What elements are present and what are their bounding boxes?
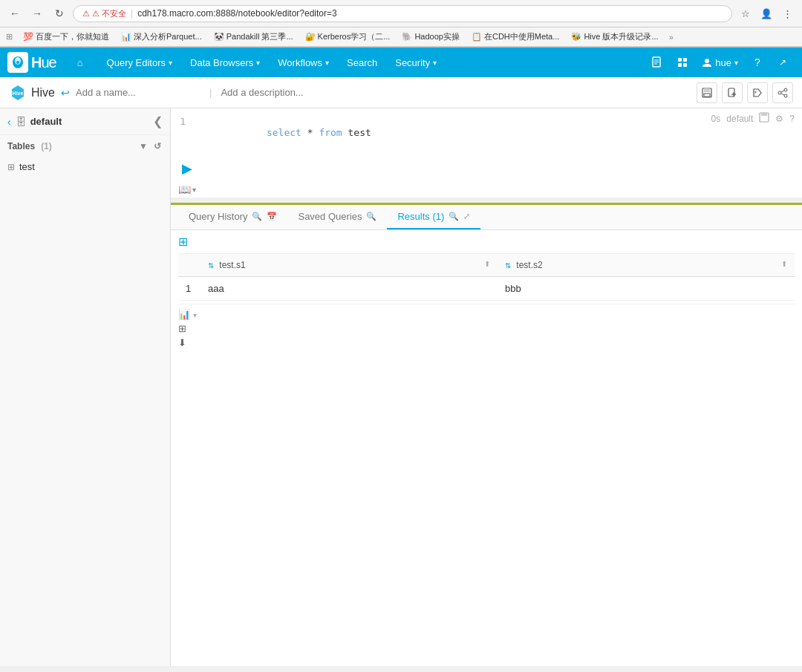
snippet-help-button[interactable]: ? <box>789 114 795 124</box>
sidebar: ‹ 🗄 default ❮ Tables (1) ▼ ↺ ⊞ test <box>0 108 171 666</box>
query-timing: 0s <box>711 114 721 124</box>
sidebar-tables-header: Tables (1) ▼ ↺ <box>0 135 170 157</box>
bookmark-hadoop[interactable]: 🐘Hadoop实操 <box>397 30 464 44</box>
nav-search[interactable]: Search <box>338 48 386 77</box>
col-header-s1[interactable]: ⇅ test.s1 ⬆ <box>200 254 498 277</box>
code-keyword-select: select <box>267 127 301 138</box>
more-bookmarks-icon[interactable]: » <box>669 33 674 42</box>
workflows-arrow: ▾ <box>325 59 329 67</box>
bookmark-star-button[interactable]: ☆ <box>737 4 754 22</box>
bookmark-cdh-meta[interactable]: 📋在CDH中使用Meta... <box>467 30 564 44</box>
bookmark-hive[interactable]: 🐝Hive 版本升级记录... <box>567 30 662 44</box>
sidebar-back-button[interactable]: ‹ <box>7 116 11 128</box>
editor-actions: ▶ 📖 ▾ <box>178 160 196 195</box>
nav-home-button[interactable]: ⌂ <box>68 48 92 77</box>
column-grid-button[interactable]: ⊞ <box>178 235 188 249</box>
col-header-s2[interactable]: ⇅ test.s2 ⬆ <box>498 254 795 277</box>
nav-right-actions: hue ▾ ? ↗ <box>645 50 795 74</box>
nav-docs-button[interactable] <box>645 50 669 74</box>
snippet-save-button[interactable] <box>759 112 769 125</box>
save-icon <box>702 88 712 98</box>
s1-sort-arrow: ⬆ <box>484 260 490 268</box>
hive-app-icon: Hive <box>9 84 27 102</box>
snippet-settings-button[interactable]: ⚙ <box>775 114 783 124</box>
browser-chrome: ← → ↻ ⚠ ⚠ 不安全 | cdh178.macro.com:8888/no… <box>0 0 802 48</box>
nav-share-button[interactable]: ↗ <box>771 50 795 74</box>
query-history-cal-icon: 📅 <box>267 212 277 221</box>
new-doc-button[interactable] <box>722 82 743 103</box>
nav-user-menu[interactable]: hue ▾ <box>696 50 744 74</box>
editor-area: 0s default ⚙ ? 1 <box>171 108 802 666</box>
svg-rect-9 <box>678 63 682 67</box>
svg-rect-7 <box>678 58 682 62</box>
name-input[interactable] <box>76 87 200 98</box>
hue-app: Hue ⌂ Query Editors ▾ Data Browsers ▾ Wo… <box>0 48 802 666</box>
row-num-header <box>178 254 200 277</box>
results-image-view-btn[interactable]: 📊 ▾ <box>178 309 197 320</box>
results-table-header: ⇅ test.s1 ⬆ ⇅ test.s2 ⬆ <box>178 254 795 277</box>
tag-button[interactable] <box>747 82 768 103</box>
profile-button[interactable]: 👤 <box>757 4 775 22</box>
code-content[interactable]: select * from test <box>193 116 802 190</box>
results-table-body: 1 aaa bbb <box>178 277 795 301</box>
nav-query-editors[interactable]: Query Editors ▾ <box>98 48 181 77</box>
hue-bee-icon <box>11 56 25 69</box>
tab-results[interactable]: Results (1) 🔍 ⤢ <box>387 205 480 229</box>
tables-count: (1) <box>41 141 52 151</box>
bookmark-baidu[interactable]: 💯百度一下，你就知道 <box>19 30 114 44</box>
undo-button[interactable]: ↩ <box>61 87 70 99</box>
svg-text:Hive: Hive <box>13 91 24 96</box>
snippet-book-button[interactable]: 📖 ▾ <box>178 183 196 195</box>
description-input[interactable] <box>221 87 691 98</box>
svg-point-21 <box>784 88 787 91</box>
svg-rect-27 <box>761 113 767 116</box>
s2-sort-arrow: ⬆ <box>781 260 787 268</box>
save-doc-button[interactable] <box>697 82 717 103</box>
svg-rect-8 <box>683 58 687 62</box>
address-text: cdh178.macro.com:8888/notebook/editor?ed… <box>137 8 337 19</box>
sidebar-collapse-button[interactable]: ❮ <box>153 114 163 128</box>
sub-header-left: Hive Hive <box>9 84 55 102</box>
header-row: ⇅ test.s1 ⬆ ⇅ test.s2 ⬆ <box>178 254 795 277</box>
query-history-search-icon: 🔍 <box>252 212 262 221</box>
nav-workflows[interactable]: Workflows ▾ <box>269 48 338 77</box>
svg-rect-10 <box>683 63 687 67</box>
nav-security[interactable]: Security ▾ <box>386 48 446 77</box>
filter-tables-button[interactable]: ▼ <box>137 140 149 153</box>
nav-data-browsers[interactable]: Data Browsers ▾ <box>181 48 269 77</box>
address-bar[interactable]: ⚠ ⚠ 不安全 | cdh178.macro.com:8888/notebook… <box>73 5 732 22</box>
nav-grid-button[interactable] <box>671 50 694 74</box>
sidebar-table-test[interactable]: ⊞ test <box>0 157 170 176</box>
home-icon: ⌂ <box>77 57 83 68</box>
apps-icon: ⊞ <box>6 32 13 42</box>
database-icon: 🗄 <box>16 116 26 128</box>
back-button[interactable]: ← <box>6 4 24 22</box>
run-query-button[interactable]: ▶ <box>178 160 196 177</box>
bookmark-parquet[interactable]: 📊深入分析Parquet... <box>117 30 206 44</box>
refresh-tables-button[interactable]: ↺ <box>152 140 163 153</box>
query-db-context[interactable]: default <box>726 114 753 124</box>
table-icon: ⊞ <box>7 162 15 172</box>
menu-button[interactable]: ⋮ <box>778 4 796 22</box>
tab-saved-queries[interactable]: Saved Queries 🔍 <box>287 205 387 229</box>
svg-rect-16 <box>704 94 710 97</box>
refresh-button[interactable]: ↻ <box>50 4 68 22</box>
grid-icon <box>677 57 688 68</box>
snippet-save-icon <box>759 112 769 123</box>
bookmark-kerberos[interactable]: 🔐Kerberos学习（二... <box>301 30 395 44</box>
results-download-btn[interactable]: ⬇ <box>178 337 795 348</box>
toolbar-actions: ☆ 👤 ⋮ <box>737 4 796 22</box>
share-btn[interactable] <box>772 82 793 103</box>
tab-query-history[interactable]: Query History 🔍 📅 <box>178 205 287 229</box>
sidebar-header: ‹ 🗄 default ❮ <box>0 108 170 135</box>
code-area[interactable]: 1 select * from test <box>171 108 802 198</box>
bookmark-pandakill[interactable]: 🐼Pandakill 第三季... <box>209 30 298 44</box>
forward-button[interactable]: → <box>28 4 46 22</box>
svg-line-24 <box>781 91 784 92</box>
results-table-container: ⊞ ⇅ test.s1 ⬆ <box>171 230 802 353</box>
docs-icon <box>651 56 663 68</box>
results-grid-view-btn[interactable]: ⊞ <box>178 323 795 334</box>
query-editor[interactable]: 0s default ⚙ ? 1 <box>171 108 802 205</box>
nav-help-button[interactable]: ? <box>746 50 769 74</box>
row-number-1: 1 <box>178 277 200 301</box>
